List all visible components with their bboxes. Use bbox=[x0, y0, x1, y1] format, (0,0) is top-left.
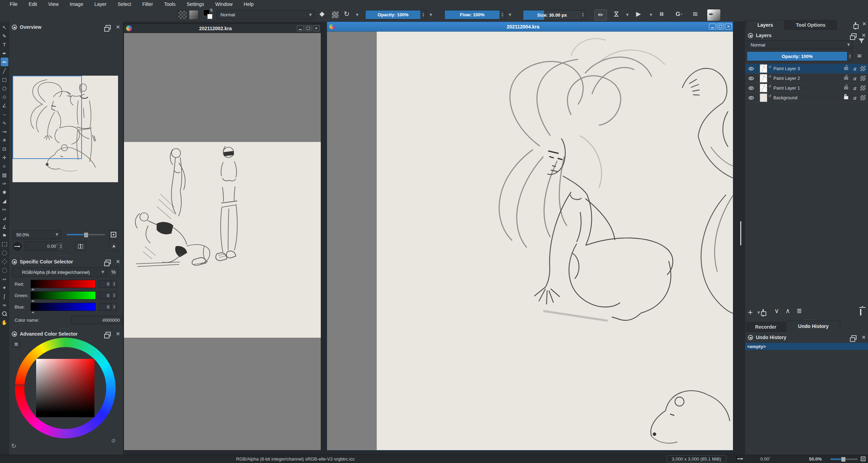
brush-tool-toggle[interactable]: ✏ bbox=[594, 9, 607, 20]
overview-zoom-combo[interactable]: 50.0%▼ bbox=[12, 230, 61, 239]
menu-settings[interactable]: Settings bbox=[181, 1, 210, 7]
layer-style-icon[interactable]: ↺ bbox=[768, 65, 771, 69]
brush-blending-mode-combo[interactable]: Normal▼ bbox=[217, 10, 315, 19]
swap-colors-icon[interactable]: ⇅ bbox=[210, 8, 213, 12]
lock-docker-icon[interactable] bbox=[12, 25, 17, 30]
tool-rect-select-icon[interactable] bbox=[1, 240, 8, 249]
fg-bg-colors[interactable]: ⇅ bbox=[203, 9, 214, 20]
eye-icon[interactable] bbox=[749, 67, 754, 70]
chevron-down-icon[interactable]: ▼ bbox=[353, 13, 361, 17]
chevron-down-icon[interactable]: ▼ bbox=[506, 13, 514, 17]
layer-row-paint-layer-3[interactable]: ↺Paint Layer 3α bbox=[745, 64, 868, 74]
size-spinner[interactable]: ▲▼ bbox=[581, 10, 586, 19]
document-window-202112004[interactable]: 202112004.kra ✕ bbox=[327, 22, 733, 451]
pin-docker-button[interactable]: ➤ bbox=[109, 242, 118, 251]
unlock-icon[interactable] bbox=[844, 67, 848, 70]
layer-thumbnail[interactable] bbox=[760, 84, 767, 92]
lock-docker-icon[interactable] bbox=[12, 259, 17, 264]
layer-visibility-cell[interactable] bbox=[745, 74, 757, 83]
alpha-channel-icon[interactable]: α bbox=[853, 85, 856, 91]
close-docker-icon[interactable]: ✕ bbox=[116, 331, 120, 337]
layer-opacity-slider[interactable]: Opacity: 100% bbox=[747, 51, 848, 61]
alpha-inherit-icon[interactable] bbox=[860, 95, 866, 100]
channel-spinner[interactable]: ▲▼ bbox=[112, 280, 117, 288]
flow-slider[interactable]: Flow: 100% bbox=[444, 10, 500, 19]
tool-polyline-icon[interactable]: ∠ bbox=[1, 101, 8, 110]
tool-similar-color-select-icon[interactable]: ✴ bbox=[1, 283, 8, 292]
float-docker-icon[interactable] bbox=[851, 335, 857, 340]
tool-reference-images-icon[interactable]: ⚑ bbox=[1, 231, 8, 240]
tool-polygon-icon[interactable]: ◇ bbox=[1, 92, 8, 101]
fit-canvas-button[interactable] bbox=[109, 230, 118, 239]
tool-dynamic-brush-icon[interactable]: ↝ bbox=[1, 127, 8, 136]
tool-multibrush-icon[interactable]: ✳ bbox=[1, 136, 8, 144]
delete-layer-button[interactable] bbox=[860, 309, 861, 315]
chevron-down-icon[interactable]: ▼ bbox=[647, 13, 655, 17]
mirror-horizontal-icon[interactable]: ⋈ bbox=[613, 11, 620, 17]
color-model-combo[interactable]: RGB/Alpha (8-bit integer/channel)▼ bbox=[12, 267, 107, 277]
channel-gradient-slider[interactable] bbox=[31, 280, 96, 288]
layer-row-paint-layer-1[interactable]: ↺Paint Layer 1α bbox=[745, 83, 868, 93]
tool-assistants-icon[interactable]: ⊿ bbox=[1, 214, 8, 222]
mdi-scrollbar[interactable] bbox=[740, 221, 741, 245]
tool-polygon-select-icon[interactable] bbox=[1, 257, 8, 266]
tool-pan-icon[interactable]: ✋ bbox=[1, 318, 8, 327]
layer-style-icon[interactable]: ↺ bbox=[768, 85, 771, 88]
menu-image[interactable]: Image bbox=[64, 1, 89, 7]
color-name-field[interactable]: #000000 bbox=[71, 316, 123, 324]
alpha-inherit-icon[interactable] bbox=[860, 66, 866, 71]
tool-freehand-path-icon[interactable]: ∿ bbox=[1, 118, 8, 127]
gamut-mask-icon[interactable]: G✧ bbox=[676, 11, 683, 18]
tab-recorder[interactable]: Recorder bbox=[746, 322, 786, 332]
eye-icon[interactable] bbox=[749, 96, 754, 100]
undo-history-entry[interactable]: <empty> bbox=[745, 343, 868, 350]
float-docker-icon[interactable] bbox=[855, 22, 856, 30]
close-docker-icon[interactable]: ✕ bbox=[116, 25, 120, 30]
tool-pattern-icon[interactable]: ✱ bbox=[1, 188, 8, 196]
close-button[interactable]: ✕ bbox=[725, 24, 732, 30]
channel-spinner[interactable]: ▲▼ bbox=[112, 303, 117, 311]
layer-row-paint-layer-2[interactable]: ↺Paint Layer 2α bbox=[745, 74, 868, 83]
unlock-icon[interactable] bbox=[844, 77, 848, 80]
reload-preset-icon[interactable]: ↻ bbox=[344, 10, 350, 17]
mirror-view-button[interactable] bbox=[75, 242, 86, 251]
maximize-button[interactable] bbox=[717, 24, 724, 30]
tool-ellipse-select-icon[interactable] bbox=[1, 249, 8, 257]
tool-transform-icon[interactable]: ⊡ bbox=[1, 144, 8, 153]
brush-option-list-icon[interactable]: ≋ bbox=[692, 10, 698, 17]
alpha-inherit-icon[interactable] bbox=[860, 76, 866, 81]
channel-value-field[interactable]: 0 bbox=[99, 303, 112, 311]
rotation-spinbox[interactable]: 0.00 ° ▲▼ bbox=[25, 242, 64, 251]
tool-ellipse-icon[interactable]: ○ bbox=[1, 84, 8, 92]
pattern-swatch-icon[interactable] bbox=[189, 10, 199, 20]
lock-icon[interactable] bbox=[844, 96, 848, 99]
tab-tool-options[interactable]: Tool Options bbox=[785, 20, 837, 30]
alpha-channel-icon[interactable]: α bbox=[853, 66, 856, 71]
titlebar-inactive[interactable]: 202112002.kra ✕ bbox=[124, 24, 321, 33]
float-docker-icon[interactable] bbox=[106, 332, 111, 336]
tool-gradient-icon[interactable]: ▧ bbox=[1, 170, 8, 179]
flow-spinner[interactable]: ▲▼ bbox=[500, 10, 505, 19]
tool-zoom-icon[interactable] bbox=[1, 309, 8, 318]
tab-undo-history[interactable]: Undo History bbox=[786, 321, 840, 332]
canvas-area[interactable] bbox=[327, 32, 733, 450]
preserve-alpha-icon[interactable] bbox=[332, 11, 339, 18]
lock-docker-icon[interactable] bbox=[748, 33, 753, 38]
menu-view[interactable]: View bbox=[43, 1, 64, 7]
filter-layers-icon[interactable] bbox=[858, 39, 865, 48]
layer-row-background[interactable]: ↺Backgroundα bbox=[745, 93, 868, 103]
rotation-dial-icon[interactable] bbox=[736, 455, 737, 461]
overview-thumbnail[interactable] bbox=[12, 76, 118, 182]
tool-outline-select-icon[interactable]: ≈ bbox=[1, 301, 8, 309]
zoom-status[interactable]: 50.0% bbox=[809, 456, 822, 462]
trim-image-icon[interactable]: ⌗ bbox=[660, 10, 663, 17]
layer-name[interactable]: Paint Layer 3 bbox=[773, 66, 844, 71]
layer-name[interactable]: Paint Layer 1 bbox=[773, 85, 844, 91]
channel-gradient-slider[interactable] bbox=[31, 303, 96, 311]
tool-calligraphy-icon[interactable]: ✒ bbox=[1, 49, 8, 58]
tool-text-icon[interactable]: T bbox=[1, 40, 8, 49]
menu-edit[interactable]: Edit bbox=[23, 1, 43, 7]
layer-visibility-cell[interactable] bbox=[745, 64, 757, 73]
layer-name[interactable]: Paint Layer 2 bbox=[773, 76, 844, 81]
close-button[interactable]: ✕ bbox=[313, 25, 320, 31]
